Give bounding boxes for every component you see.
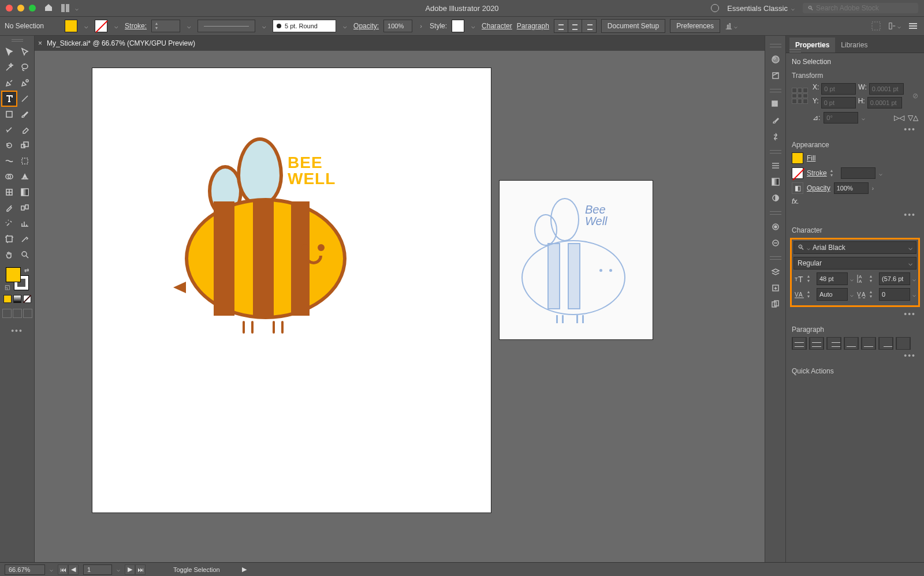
- font-size-field[interactable]: 48 pt: [817, 272, 848, 285]
- gradient-tool[interactable]: [18, 185, 32, 199]
- column-graph-tool[interactable]: [18, 216, 32, 230]
- default-fill-stroke-icon[interactable]: ◱: [5, 284, 10, 290]
- transform-controls-icon[interactable]: [870, 20, 882, 32]
- style-swatch[interactable]: [452, 20, 464, 32]
- stroke-weight-dropdown-icon[interactable]: ⌵: [185, 20, 193, 32]
- free-transform-tool[interactable]: [18, 154, 32, 168]
- para-align-right[interactable]: [826, 337, 841, 350]
- workspace-switcher[interactable]: Essentials Classic ⌵: [727, 4, 795, 13]
- fill-box[interactable]: [6, 267, 21, 282]
- swatches-panel-icon[interactable]: [769, 98, 782, 111]
- character-link[interactable]: Character: [482, 22, 512, 30]
- tab-libraries[interactable]: Libraries: [835, 38, 873, 53]
- arrange-chevron-icon[interactable]: ⌵: [75, 5, 79, 12]
- zoom-window-icon[interactable]: [29, 5, 36, 12]
- kerning-spinner[interactable]: ▴▾: [807, 290, 814, 299]
- color-mode-icon[interactable]: [3, 295, 12, 303]
- align-to-icon[interactable]: ⌵: [725, 20, 737, 32]
- fill-dropdown-icon[interactable]: ⌵: [82, 20, 90, 32]
- stroke-swatch[interactable]: [95, 20, 107, 32]
- color-panel-icon[interactable]: [769, 53, 782, 66]
- width-tool[interactable]: [2, 154, 16, 168]
- transform-w-field[interactable]: 0.0001 pt: [869, 83, 904, 95]
- constrain-proportions-icon[interactable]: ⊘: [912, 92, 918, 100]
- rotate-tool[interactable]: [2, 139, 16, 152]
- hand-tool[interactable]: [2, 248, 16, 261]
- appearance-fill-swatch[interactable]: [792, 152, 803, 164]
- appearance-more-icon[interactable]: •••: [792, 209, 918, 220]
- paragraph-link[interactable]: Paragraph: [517, 22, 549, 30]
- fill-stroke-control[interactable]: ⇄ ◱: [6, 267, 29, 290]
- layers-panel-icon[interactable]: [769, 265, 782, 278]
- document-tab[interactable]: My_Sticker.ai* @ 66.67% (CMYK/GPU Previe…: [47, 39, 195, 47]
- flip-vertical-icon[interactable]: ▽△: [908, 114, 918, 122]
- rotate-field[interactable]: 0°: [824, 112, 858, 124]
- mesh-tool[interactable]: [2, 185, 16, 199]
- gradient-mode-icon[interactable]: [13, 295, 21, 303]
- last-artboard-icon[interactable]: ⏭: [135, 564, 146, 575]
- stroke-weight-field[interactable]: ▴▾: [151, 20, 180, 32]
- artboards-panel-icon[interactable]: [769, 298, 782, 311]
- appearance-opacity-label[interactable]: Opacity: [807, 184, 830, 192]
- profile-dropdown-icon[interactable]: ⌵: [260, 20, 268, 32]
- pen-tool[interactable]: [2, 76, 16, 90]
- draw-normal-icon[interactable]: [2, 309, 12, 318]
- arrange-documents-icon[interactable]: [61, 4, 73, 12]
- line-segment-tool[interactable]: [18, 92, 32, 106]
- appearance-opacity-field[interactable]: 100%: [834, 182, 869, 194]
- align-left-button[interactable]: [554, 20, 568, 32]
- minimize-window-icon[interactable]: [17, 5, 24, 12]
- opacity-label[interactable]: Opacity:: [353, 22, 379, 30]
- draw-inside-icon[interactable]: [23, 309, 32, 318]
- artboard-tool[interactable]: [2, 232, 16, 246]
- stroke-label[interactable]: Stroke:: [125, 22, 147, 30]
- eyedropper-tool[interactable]: [2, 201, 16, 215]
- document-setup-button[interactable]: Document Setup: [601, 19, 665, 33]
- shape-builder-tool[interactable]: [2, 170, 16, 184]
- rectangle-tool[interactable]: [2, 107, 16, 121]
- scale-tool[interactable]: [18, 139, 32, 152]
- fx-label[interactable]: fx.: [792, 197, 799, 205]
- brush-definition[interactable]: 5 pt. Round: [273, 20, 336, 32]
- stroke-spinner[interactable]: ▴▾: [830, 169, 837, 178]
- leading-spinner[interactable]: ▴▾: [870, 274, 877, 283]
- canvas[interactable]: BEE WELL BeeWell: [35, 51, 765, 562]
- opacity-field[interactable]: 100%: [383, 20, 412, 32]
- shaper-tool[interactable]: [2, 123, 16, 137]
- discover-icon[interactable]: [711, 4, 719, 12]
- isolate-icon[interactable]: ⌵: [888, 20, 901, 32]
- graphic-styles-panel-icon[interactable]: [769, 237, 782, 249]
- close-tab-icon[interactable]: ×: [38, 39, 42, 47]
- transform-y-field[interactable]: 0 pt: [821, 97, 856, 109]
- none-mode-icon[interactable]: [23, 295, 31, 303]
- font-style-field[interactable]: Regular⌵: [793, 257, 916, 270]
- zoom-tool[interactable]: [18, 248, 32, 261]
- blend-tool[interactable]: [18, 201, 32, 215]
- next-artboard-icon[interactable]: ▶: [125, 564, 135, 575]
- font-family-field[interactable]: 🔍︎⌵ Arial Black⌵: [793, 241, 916, 254]
- reference-point-selector[interactable]: [792, 88, 808, 104]
- brushes-panel-icon[interactable]: [769, 114, 782, 127]
- lasso-tool[interactable]: [18, 61, 32, 74]
- stroke-dropdown-icon[interactable]: ⌵: [112, 20, 120, 32]
- eraser-tool[interactable]: [18, 123, 32, 137]
- transform-x-field[interactable]: 0 pt: [821, 83, 856, 95]
- font-size-spinner[interactable]: ▴▾: [807, 274, 814, 283]
- flip-horizontal-icon[interactable]: ▷◁: [894, 114, 904, 122]
- fill-swatch[interactable]: [65, 20, 77, 32]
- tracking-spinner[interactable]: ▴▾: [870, 290, 877, 299]
- appearance-panel-icon[interactable]: [769, 220, 782, 233]
- artboard-number-field[interactable]: 1: [83, 564, 112, 575]
- selection-tool[interactable]: [2, 45, 16, 59]
- para-justify-right[interactable]: [878, 337, 893, 350]
- magic-wand-tool[interactable]: [2, 61, 16, 74]
- zoom-field[interactable]: 66.67%: [5, 564, 45, 575]
- appearance-stroke-swatch[interactable]: [792, 167, 803, 179]
- appearance-fill-label[interactable]: Fill: [807, 154, 815, 162]
- first-artboard-icon[interactable]: ⏮: [58, 564, 68, 575]
- list-icon[interactable]: [907, 20, 919, 32]
- leading-field[interactable]: (57.6 pt: [879, 272, 910, 285]
- align-right-button[interactable]: [582, 20, 596, 32]
- para-justify-center[interactable]: [861, 337, 876, 350]
- stroke-panel-icon[interactable]: [769, 159, 782, 172]
